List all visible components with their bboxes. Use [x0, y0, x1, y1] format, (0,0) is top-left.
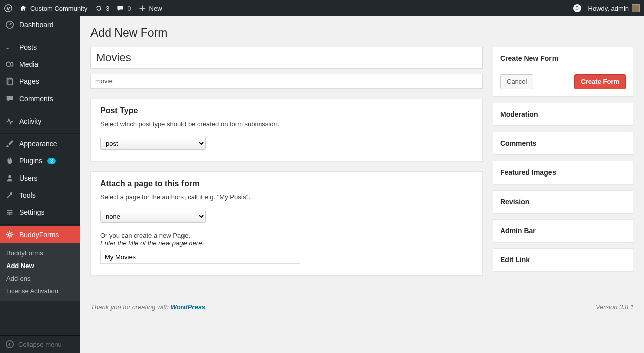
site-name: Custom Community — [30, 5, 87, 12]
submenu-add-new[interactable]: Add New — [0, 259, 80, 272]
submenu-buddyforms[interactable]: BuddyForms — [0, 247, 80, 259]
brush-icon — [5, 139, 14, 148]
publish-box-title[interactable]: Create New Form — [493, 47, 633, 69]
updates-link[interactable]: 3 — [95, 4, 109, 12]
postbox-post-type: Post Type Select which post type should … — [90, 99, 483, 161]
home-icon — [19, 4, 27, 12]
updates-count: 3 — [106, 5, 109, 12]
svg-point-2 — [6, 62, 11, 67]
new-content-link[interactable]: New — [138, 4, 162, 12]
wp-logo[interactable] — [4, 4, 12, 12]
side-panel-comments: Comments — [493, 132, 633, 155]
sidebar-item-label: Activity — [19, 117, 41, 125]
wordpress-icon — [4, 4, 12, 12]
admin-sidebar: Dashboard Posts Media Pages Comments Act… — [0, 16, 80, 353]
page-title: Add New Form — [90, 26, 634, 40]
account-link[interactable]: Howdy, admin — [588, 4, 640, 12]
side-panel-title[interactable]: Comments — [493, 132, 633, 154]
sidebar-item-label: Plugins — [19, 157, 42, 165]
plugin-updates-badge: 3 — [47, 158, 56, 164]
sidebar-item-label: Pages — [19, 77, 39, 85]
sidebar-item-media[interactable]: Media — [0, 56, 80, 73]
postbox-attach-page: Attach a page to this form Select a page… — [90, 171, 483, 276]
svg-point-13 — [6, 341, 13, 348]
dashboard-icon — [5, 20, 14, 29]
form-title-input[interactable] — [90, 47, 483, 69]
sidebar-item-label: Comments — [19, 95, 53, 103]
sidebar-item-appearance[interactable]: Appearance — [0, 135, 80, 152]
or-create-text: Or you can create a new Page. — [100, 232, 473, 239]
comments-count: 0 — [127, 5, 131, 12]
sidebar-item-label: Dashboard — [19, 21, 54, 29]
comment-icon — [116, 4, 124, 12]
sidebar-item-dashboard[interactable]: Dashboard — [0, 16, 80, 33]
admin-toolbar: Custom Community 3 0 New 0 Howdy, admin — [0, 0, 644, 16]
svg-point-5 — [8, 175, 11, 178]
buddyforms-submenu: BuddyForms Add New Add-ons License Activ… — [0, 243, 80, 301]
side-panel-featured-images: Featured Images — [493, 161, 633, 184]
main-content: Add New Form Post Type Select which post… — [80, 16, 644, 353]
sidebar-item-label: Users — [19, 174, 38, 182]
new-label: New — [149, 5, 162, 12]
pin-icon — [5, 43, 14, 52]
comments-link[interactable]: 0 — [116, 4, 131, 12]
refresh-icon — [95, 4, 103, 12]
side-panel-title[interactable]: Featured Images — [493, 161, 633, 184]
notification-badge: 0 — [573, 4, 581, 12]
sidebar-item-label: BuddyForms — [19, 231, 59, 239]
sidebar-item-users[interactable]: Users — [0, 169, 80, 187]
side-panel-title[interactable]: Revision — [493, 191, 633, 213]
settings-icon — [5, 208, 14, 217]
sidebar-item-pages[interactable]: Pages — [0, 73, 80, 90]
sidebar-item-label: Posts — [19, 43, 37, 51]
submenu-addons[interactable]: Add-ons — [0, 272, 80, 285]
wrench-icon — [5, 191, 14, 200]
cancel-button[interactable]: Cancel — [500, 74, 533, 89]
submenu-license[interactable]: License Activation — [0, 285, 80, 297]
site-link[interactable]: Custom Community — [19, 4, 87, 12]
notifications[interactable]: 0 — [573, 4, 581, 12]
activity-icon — [5, 117, 14, 126]
publish-box: Create New Form Cancel Create Form — [493, 47, 633, 97]
sidebar-item-tools[interactable]: Tools — [0, 187, 80, 204]
sidebar-item-label: Appearance — [19, 140, 57, 148]
version-text: Version 3.8.1 — [596, 303, 634, 311]
collapse-label: Collapse menu — [18, 341, 62, 348]
attach-page-select[interactable]: none — [100, 210, 206, 223]
svg-point-12 — [8, 233, 11, 236]
sidebar-item-buddyforms[interactable]: BuddyForms — [0, 226, 80, 243]
sidebar-item-comments[interactable]: Comments — [0, 90, 80, 107]
user-icon — [5, 173, 14, 183]
sidebar-item-plugins[interactable]: Plugins 3 — [0, 152, 80, 169]
sidebar-item-activity[interactable]: Activity — [0, 113, 80, 130]
collapse-menu[interactable]: Collapse menu — [0, 335, 80, 353]
svg-point-11 — [9, 213, 10, 215]
form-slug-input[interactable] — [90, 74, 483, 89]
postbox-title: Attach a page to this form — [100, 179, 473, 188]
new-page-hint: Enter the title of the new page here: — [100, 239, 473, 247]
side-panel-title[interactable]: Moderation — [493, 103, 633, 125]
side-panel-title[interactable]: Admin Bar — [493, 220, 633, 242]
sidebar-item-posts[interactable]: Posts — [0, 39, 80, 56]
post-type-select[interactable]: post — [100, 137, 206, 150]
postbox-desc: Select a page for the authors, call it e… — [100, 193, 473, 201]
admin-footer: Thank you for creating with WordPress. V… — [90, 298, 634, 316]
avatar — [632, 4, 640, 12]
sidebar-item-settings[interactable]: Settings — [0, 204, 80, 221]
howdy-text: Howdy, admin — [588, 5, 629, 12]
plug-icon — [5, 156, 14, 165]
sidebar-item-label: Settings — [19, 208, 45, 216]
side-panel-edit-link: Edit Link — [493, 248, 633, 272]
side-panel-title[interactable]: Edit Link — [493, 249, 633, 271]
new-page-title-input[interactable] — [100, 250, 300, 264]
wordpress-link[interactable]: WordPress — [171, 303, 205, 311]
svg-point-0 — [5, 5, 12, 12]
sidebar-item-label: Tools — [19, 191, 36, 199]
svg-point-10 — [10, 212, 12, 213]
gear-icon — [5, 230, 14, 239]
create-form-button[interactable]: Create Form — [574, 74, 626, 89]
side-panel-admin-bar: Admin Bar — [493, 219, 633, 242]
media-icon — [5, 60, 14, 69]
collapse-icon — [5, 340, 14, 349]
postbox-desc: Select which post type should be created… — [100, 120, 473, 128]
